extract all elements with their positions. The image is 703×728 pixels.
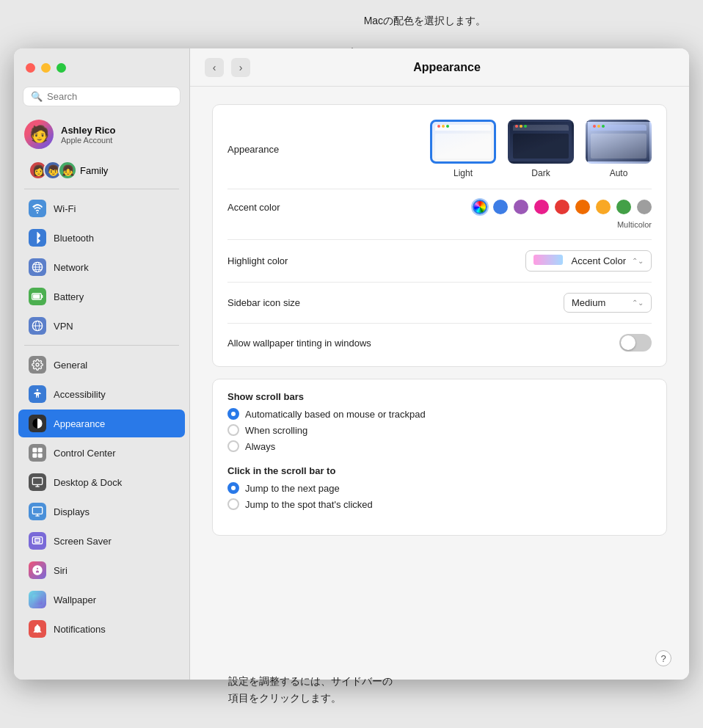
sidebar-item-wallpaper[interactable]: Wallpaper xyxy=(18,586,185,614)
appearance-thumb-light[interactable] xyxy=(430,120,496,164)
help-button[interactable]: ? xyxy=(655,650,671,666)
sidebar-item-appearance[interactable]: Appearance xyxy=(18,410,185,437)
nav-forward-button[interactable]: › xyxy=(231,58,250,77)
radio-click-next-page[interactable]: Jump to the next page xyxy=(227,482,652,494)
tooltip-bottom: 設定を調整するには、サイドバーの 項目をクリックします。 xyxy=(228,673,393,706)
thumb-menubar-dark xyxy=(513,125,569,131)
sidebar-item-general-label: General xyxy=(54,360,87,371)
search-input[interactable] xyxy=(47,91,172,102)
accent-swatch-purple[interactable] xyxy=(514,200,528,214)
user-subtitle: Apple Account xyxy=(61,136,115,145)
sidebar-item-controlcenter[interactable]: Control Center xyxy=(18,439,185,467)
svg-rect-22 xyxy=(32,507,42,514)
sidebar-icon-size-value: Medium xyxy=(572,297,605,308)
maximize-button[interactable] xyxy=(57,63,66,73)
divider-3 xyxy=(227,282,652,283)
sidebar-item-battery[interactable]: Battery xyxy=(18,283,185,310)
sidebar-icon-size-row: Sidebar icon size Medium ⌃⌄ xyxy=(227,290,652,316)
radio-btn-scroll-when[interactable] xyxy=(227,424,239,436)
radio-label-scroll-auto: Automatically based on mouse or trackpad xyxy=(245,409,426,420)
accent-swatch-yellow[interactable] xyxy=(596,200,611,214)
radio-scroll-when-scrolling[interactable]: When scrolling xyxy=(227,424,652,436)
sidebar-item-accessibility[interactable]: Accessibility xyxy=(18,380,185,408)
radio-btn-scroll-auto[interactable] xyxy=(227,408,239,420)
appearance-thumb-dark[interactable] xyxy=(508,120,574,164)
thumb-dot-red-d xyxy=(515,125,518,128)
accent-swatch-pink[interactable] xyxy=(534,200,549,214)
appearance-options: Light xyxy=(430,120,652,178)
search-bar[interactable]: 🔍 xyxy=(23,87,181,106)
sidebar-icon-size-dropdown[interactable]: Medium ⌃⌄ xyxy=(564,293,652,313)
sidebar-item-vpn[interactable]: VPN xyxy=(18,312,185,340)
siri-icon xyxy=(29,561,46,579)
thumb-dot-yellow-d xyxy=(520,125,522,128)
radio-label-click-spot: Jump to the spot that's clicked xyxy=(245,499,373,510)
notifications-icon xyxy=(29,620,46,638)
appearance-option-dark-label: Dark xyxy=(531,168,550,178)
sidebar-item-wifi[interactable]: Wi-Fi xyxy=(18,194,185,222)
thumb-dot-red xyxy=(437,125,440,128)
thumb-content xyxy=(435,134,491,159)
wallpaper-icon xyxy=(29,591,46,608)
sidebar-item-family[interactable]: 👩 👦 👧 Family xyxy=(18,156,185,184)
thumb-dot-red-a xyxy=(593,125,596,128)
sidebar-item-bluetooth-label: Bluetooth xyxy=(54,233,94,244)
close-button[interactable] xyxy=(26,63,35,73)
accent-swatch-orange[interactable] xyxy=(575,200,590,214)
outer-wrapper: Macの配色を選択します。 🔍 🧑 Ashley Rico Apple xyxy=(0,0,703,728)
family-label: Family xyxy=(80,165,108,176)
help-icon: ? xyxy=(660,653,666,664)
radio-btn-scroll-always[interactable] xyxy=(227,440,239,452)
accent-swatch-multicolor[interactable] xyxy=(473,200,487,214)
divider-4 xyxy=(227,323,652,324)
sidebar-item-displays-label: Displays xyxy=(54,506,90,517)
bluetooth-icon xyxy=(29,229,46,247)
radio-click-spot[interactable]: Jump to the spot that's clicked xyxy=(227,498,652,510)
appearance-option-dark[interactable]: Dark xyxy=(508,120,574,178)
sidebar-item-general[interactable]: General xyxy=(18,351,185,379)
appearance-thumb-auto[interactable] xyxy=(586,120,652,164)
divider-1 xyxy=(227,189,652,189)
svg-rect-26 xyxy=(35,539,40,542)
thumb-dot-yellow xyxy=(442,125,445,128)
sidebar-item-screensaver[interactable]: Screen Saver xyxy=(18,527,185,555)
accent-swatch-red[interactable] xyxy=(555,200,569,214)
radio-label-scroll-when: When scrolling xyxy=(245,425,307,436)
family-avatars: 👩 👦 👧 xyxy=(29,161,73,180)
sidebar-item-notifications[interactable]: Notifications xyxy=(18,615,185,643)
family-avatar-3: 👧 xyxy=(58,161,77,180)
nav-back-button[interactable]: ‹ xyxy=(205,58,224,77)
sidebar-item-desktop[interactable]: Desktop & Dock xyxy=(18,468,185,496)
page-title: Appearance xyxy=(258,61,636,74)
radio-btn-click-spot[interactable] xyxy=(227,498,239,510)
highlight-color-dropdown[interactable]: Accent Color ⌃⌄ xyxy=(525,250,652,272)
accent-swatch-graphite[interactable] xyxy=(637,200,652,214)
sidebar-item-network[interactable]: Network xyxy=(18,253,185,281)
sidebar-item-displays[interactable]: Displays xyxy=(18,498,185,525)
accessibility-icon xyxy=(29,385,46,403)
radio-scroll-always[interactable]: Always xyxy=(227,440,652,452)
svg-rect-7 xyxy=(41,295,43,298)
search-icon: 🔍 xyxy=(31,91,43,102)
svg-point-0 xyxy=(37,212,38,214)
sidebar-item-bluetooth[interactable]: Bluetooth xyxy=(18,224,185,252)
radio-btn-click-next[interactable] xyxy=(227,482,239,494)
highlight-preview xyxy=(533,255,566,267)
svg-rect-8 xyxy=(33,294,40,298)
toggle-knob xyxy=(621,335,635,350)
sidebar-item-battery-label: Battery xyxy=(54,291,84,302)
user-name: Ashley Rico xyxy=(61,125,115,136)
minimize-button[interactable] xyxy=(41,63,51,73)
svg-rect-17 xyxy=(32,454,37,458)
accent-swatch-green[interactable] xyxy=(616,200,631,214)
user-section[interactable]: 🧑 Ashley Rico Apple Account xyxy=(14,114,189,156)
appearance-option-auto[interactable]: Auto xyxy=(586,120,652,178)
accent-swatch-blue[interactable] xyxy=(493,200,508,214)
accent-multicolor-sublabel: Multicolor xyxy=(617,220,652,229)
tooltip-top: Macの配色を選択します。 xyxy=(364,13,486,29)
wallpaper-tinting-toggle[interactable] xyxy=(619,334,652,352)
thumb-dot-green xyxy=(446,125,449,128)
appearance-option-light[interactable]: Light xyxy=(430,120,496,178)
sidebar-item-siri[interactable]: Siri xyxy=(18,556,185,584)
radio-scroll-auto[interactable]: Automatically based on mouse or trackpad xyxy=(227,408,652,420)
